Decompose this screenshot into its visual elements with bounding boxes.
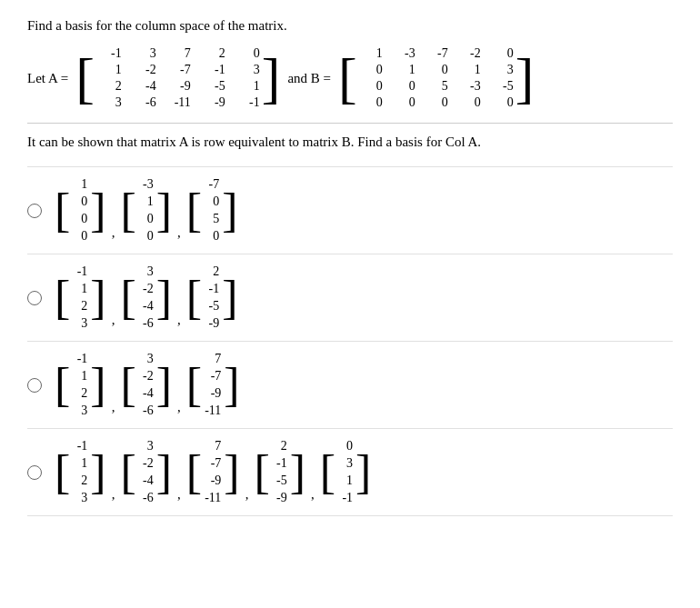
vector-cell: 3 <box>71 490 89 506</box>
matrix-cell: 1 <box>96 63 122 77</box>
vector-left-bracket: [ <box>120 362 135 409</box>
matrix-definition-line: Let A = [ -137201-2-7-132-4-9-513-6-11-9… <box>27 46 673 110</box>
vector-right-bracket: ] <box>355 449 371 496</box>
radio-button[interactable] <box>27 291 42 305</box>
vector: [-1123] <box>55 351 106 419</box>
vector-cell: 1 <box>71 176 89 193</box>
comma-separator: , <box>245 487 249 506</box>
vector-left-bracket: [ <box>186 274 202 322</box>
comma-separator: , <box>177 400 181 419</box>
matrix-cell: -2 <box>131 63 156 77</box>
vector-left-bracket: [ <box>120 449 135 496</box>
options-area: [1000],[-3100],[-7050][-1123],[3-2-4-6],… <box>27 166 673 516</box>
vector-cell: 1 <box>71 281 89 297</box>
vector-left-bracket: [ <box>186 449 202 496</box>
matrix-cell: 7 <box>165 46 191 61</box>
vector-cell: 3 <box>137 264 155 280</box>
matrix-cell: 5 <box>425 79 448 94</box>
vector-left-bracket: [ <box>55 187 70 234</box>
vector-cells: 2-1-5-9 <box>203 264 221 332</box>
comma-separator: , <box>112 225 115 244</box>
vector-right-bracket: ] <box>224 449 239 496</box>
vector-cell: 3 <box>336 455 355 472</box>
vector-cell: -1 <box>336 490 355 506</box>
and-label: and B = <box>287 71 331 86</box>
vector-cell: -1 <box>71 351 89 367</box>
vector-left-bracket: [ <box>186 187 202 234</box>
vector-left-bracket: [ <box>186 362 202 409</box>
vector: [-7050] <box>186 176 238 244</box>
vector-cell: 0 <box>137 211 155 227</box>
vector-cell: 0 <box>137 228 155 244</box>
vector-right-bracket: ] <box>156 449 172 496</box>
vector: [3-2-4-6] <box>120 351 172 419</box>
vector: [-1123] <box>55 438 106 506</box>
vector-cells: 031-1 <box>336 438 355 506</box>
matrix-cell: 3 <box>96 95 122 110</box>
vector-cells: 2-1-5-9 <box>271 438 289 506</box>
vector-cell: 0 <box>203 228 221 244</box>
comma-separator: , <box>311 487 315 506</box>
vector-cell: -5 <box>271 473 289 489</box>
option-row[interactable]: [-1123],[3-2-4-6],[2-1-5-9] <box>27 254 673 342</box>
vector: [7-7-9-11] <box>186 438 240 506</box>
vector-cell: -9 <box>203 385 223 402</box>
row-equiv-text: It can be shown that matrix A is row equ… <box>27 135 673 150</box>
vector-cell: -9 <box>203 473 223 489</box>
vector-cell: -9 <box>203 315 221 332</box>
radio-button[interactable] <box>27 465 42 480</box>
problem-title: Find a basis for the column space of the… <box>27 18 673 34</box>
vector-right-bracket: ] <box>224 362 239 409</box>
matrix-cell: 0 <box>392 79 415 94</box>
vector-cell: 0 <box>71 194 89 210</box>
radio-button[interactable] <box>27 378 42 393</box>
vectors-group: [1000],[-3100],[-7050] <box>55 176 237 244</box>
vector-cell: 7 <box>203 351 223 367</box>
vector-cell: -4 <box>137 473 155 489</box>
vector-left-bracket: [ <box>55 362 70 409</box>
matrix-cell: 1 <box>235 79 260 94</box>
matrix-a-cells: -137201-2-7-132-4-9-513-6-11-9-1 <box>96 46 260 110</box>
vector-cell: -6 <box>137 490 155 506</box>
vector-cell: 2 <box>203 264 221 280</box>
radio-button[interactable] <box>27 204 42 218</box>
option-row[interactable]: [-1123],[3-2-4-6],[7-7-9-11],[2-1-5-9],[… <box>27 429 673 516</box>
vector: [3-2-4-6] <box>120 264 172 332</box>
matrix-cell: -7 <box>165 63 191 77</box>
matrix-cell: -1 <box>200 63 225 77</box>
vector-cells: 1000 <box>71 176 89 244</box>
vector-left-bracket: [ <box>254 449 269 496</box>
vector-cell: -11 <box>203 490 223 506</box>
vector-cell: 0 <box>71 211 89 227</box>
vector-cell: 3 <box>137 351 155 367</box>
matrix-cell: 0 <box>490 95 514 110</box>
vector-cell: 3 <box>71 403 89 419</box>
matrix-cell: -9 <box>165 79 191 94</box>
vector-right-bracket: ] <box>290 449 305 496</box>
vector-cell: -1 <box>71 438 89 454</box>
vector-left-bracket: [ <box>320 449 335 496</box>
vector-cell: 5 <box>203 211 221 227</box>
option-row[interactable]: [1000],[-3100],[-7050] <box>27 166 673 254</box>
matrix-cell: 3 <box>131 46 156 61</box>
matrix-cell: 0 <box>425 63 448 77</box>
matrix-cell: 3 <box>235 63 260 77</box>
matrix-cell: 1 <box>457 63 481 77</box>
matrix-a-right-bracket: ] <box>262 50 281 106</box>
vector-cell: 7 <box>203 438 223 454</box>
vector-cell: -7 <box>203 368 223 384</box>
matrix-a: [ -137201-2-7-132-4-9-513-6-11-9-1 ] <box>75 46 280 110</box>
option-row[interactable]: [-1123],[3-2-4-6],[7-7-9-11] <box>27 342 673 429</box>
matrix-cell: 2 <box>96 79 122 94</box>
vector-cell: -4 <box>137 385 155 402</box>
vectors-group: [-1123],[3-2-4-6],[7-7-9-11] <box>55 351 240 419</box>
vector-cells: -3100 <box>137 176 155 244</box>
vector-cell: -6 <box>137 315 155 332</box>
matrix-cell: -4 <box>131 79 156 94</box>
vector-cell: -7 <box>203 176 221 193</box>
vector-cell: 3 <box>137 438 155 454</box>
divider-1 <box>27 123 673 124</box>
matrix-cell: 0 <box>359 63 383 77</box>
matrix-cell: 0 <box>457 95 481 110</box>
vector-right-bracket: ] <box>90 274 105 322</box>
